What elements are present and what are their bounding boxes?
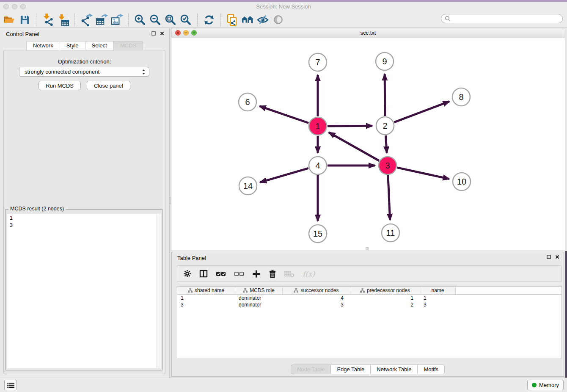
toggle-columns-icon[interactable] <box>199 270 208 278</box>
node-7[interactable]: 7 <box>309 53 327 71</box>
export-network-icon[interactable] <box>79 13 94 27</box>
result-line: 1 <box>10 215 154 222</box>
column-header-shared-name[interactable]: shared name <box>177 287 235 294</box>
float-table-panel-icon[interactable] <box>547 255 551 259</box>
memory-button[interactable]: Memory <box>527 380 564 390</box>
node-6[interactable]: 6 <box>239 93 256 111</box>
tab-node-table[interactable]: Node Table <box>291 364 331 374</box>
column-label: MCDS role <box>250 287 275 293</box>
network-minimize-button[interactable] <box>183 30 189 36</box>
node-11[interactable]: 11 <box>382 224 399 242</box>
table-cell: 2 <box>350 301 420 308</box>
search-box[interactable] <box>441 14 563 23</box>
node-15[interactable]: 15 <box>309 225 327 243</box>
optimization-select[interactable]: strongly connected component <box>19 67 149 77</box>
select-all-icon[interactable] <box>216 271 226 277</box>
column-header-mcds-role[interactable]: MCDS role <box>235 287 283 294</box>
column-label: successor nodes <box>300 287 339 293</box>
network-canvas[interactable]: 7968124314101511 <box>171 38 565 251</box>
zoom-selected-icon[interactable] <box>178 13 193 27</box>
tab-mcds[interactable]: MCDS <box>114 41 143 50</box>
zoom-out-icon[interactable] <box>148 13 163 27</box>
edge-3-10[interactable] <box>397 168 449 179</box>
search-input[interactable] <box>453 15 559 22</box>
float-panel-icon[interactable] <box>151 31 156 36</box>
column-settings-icon[interactable] <box>183 270 191 278</box>
svg-text:3: 3 <box>385 161 390 170</box>
node-9[interactable]: 9 <box>376 52 394 70</box>
edge-1-2[interactable] <box>328 126 372 126</box>
import-table-icon[interactable] <box>55 13 71 27</box>
result-scrollbar[interactable] <box>157 214 161 368</box>
run-mcds-button[interactable]: Run MCDS <box>39 81 81 90</box>
delete-table-icon[interactable] <box>284 270 295 278</box>
column-label: shared name <box>195 287 224 293</box>
table-cell: 1 <box>350 295 420 301</box>
tab-network-table[interactable]: Network Table <box>371 364 418 374</box>
show-task-history-button[interactable] <box>4 380 17 390</box>
task-list-icon <box>7 382 14 388</box>
edge-3-11[interactable] <box>388 175 390 220</box>
zoom-fit-icon[interactable] <box>163 13 178 27</box>
tab-style[interactable]: Style <box>60 41 85 50</box>
close-panel-icon[interactable] <box>160 31 164 36</box>
edge-3-1[interactable] <box>329 133 379 161</box>
edge-2-3[interactable] <box>386 135 387 153</box>
node-10[interactable]: 10 <box>453 173 471 190</box>
open-file-icon[interactable] <box>2 13 17 27</box>
edge-1-6[interactable] <box>259 106 308 123</box>
window-zoom-button[interactable] <box>20 4 26 9</box>
add-row-icon[interactable] <box>252 270 261 278</box>
memory-label: Memory <box>539 382 559 388</box>
create-network-view-icon[interactable] <box>225 13 240 27</box>
node-14[interactable]: 14 <box>239 177 257 195</box>
mcds-result-title: MCDS result (2 nodes) <box>8 206 66 212</box>
edge-4-14[interactable] <box>260 168 308 182</box>
refresh-view-icon[interactable] <box>201 13 217 27</box>
select-stepper-icon <box>142 69 146 75</box>
tab-edge-table[interactable]: Edge Table <box>331 364 371 374</box>
close-panel-button[interactable]: Close panel <box>87 81 130 90</box>
mcds-result-list[interactable]: 13 <box>7 214 157 368</box>
column-header-predecessor-nodes[interactable]: predecessor nodes <box>350 287 420 294</box>
window-close-button[interactable] <box>3 4 9 9</box>
tab-motifs[interactable]: Motifs <box>418 364 445 374</box>
node-1[interactable]: 1 <box>309 117 327 135</box>
window-minimize-button[interactable] <box>12 4 17 9</box>
deselect-all-icon[interactable] <box>234 271 244 277</box>
column-header-name[interactable]: name <box>420 287 456 294</box>
delete-row-icon[interactable] <box>269 270 276 278</box>
hide-view-icon[interactable] <box>255 13 270 27</box>
network-view-window: scc.txt 7968124314101511 <box>171 28 565 251</box>
svg-text:4: 4 <box>315 161 320 170</box>
zoom-in-icon[interactable] <box>132 13 148 27</box>
save-session-icon[interactable] <box>17 13 32 27</box>
network-view-title: scc.txt <box>171 28 565 38</box>
export-image-icon[interactable] <box>109 13 124 27</box>
edge-2-9[interactable] <box>385 74 385 116</box>
node-3[interactable]: 3 <box>379 157 396 174</box>
network-close-button[interactable] <box>175 30 181 36</box>
node-2[interactable]: 2 <box>376 117 394 135</box>
column-header-successor-nodes[interactable]: successor nodes <box>283 287 350 294</box>
export-table-icon[interactable] <box>94 13 109 27</box>
node-4[interactable]: 4 <box>309 157 327 174</box>
table-row[interactable]: 1dominator411 <box>177 295 561 301</box>
svg-text:11: 11 <box>386 228 395 237</box>
tab-select[interactable]: Select <box>85 41 114 50</box>
tab-network[interactable]: Network <box>26 41 60 50</box>
import-network-icon[interactable] <box>40 13 55 27</box>
table-panel-title: Table Panel <box>177 255 206 261</box>
destroy-view-icon[interactable] <box>270 13 286 27</box>
close-table-panel-icon[interactable] <box>555 255 559 259</box>
edge-2-8[interactable] <box>394 102 449 122</box>
function-builder-icon[interactable]: f(x) <box>303 270 315 278</box>
show-all-views-icon[interactable] <box>240 13 255 27</box>
control-panel-title: Control Panel <box>6 31 39 37</box>
network-resize-handle[interactable] <box>366 247 369 250</box>
svg-text:6: 6 <box>245 97 250 107</box>
toolbar-separator <box>36 14 36 26</box>
table-row[interactable]: 3dominator323 <box>177 301 561 308</box>
node-8[interactable]: 8 <box>452 88 470 106</box>
network-maximize-button[interactable] <box>191 30 197 36</box>
